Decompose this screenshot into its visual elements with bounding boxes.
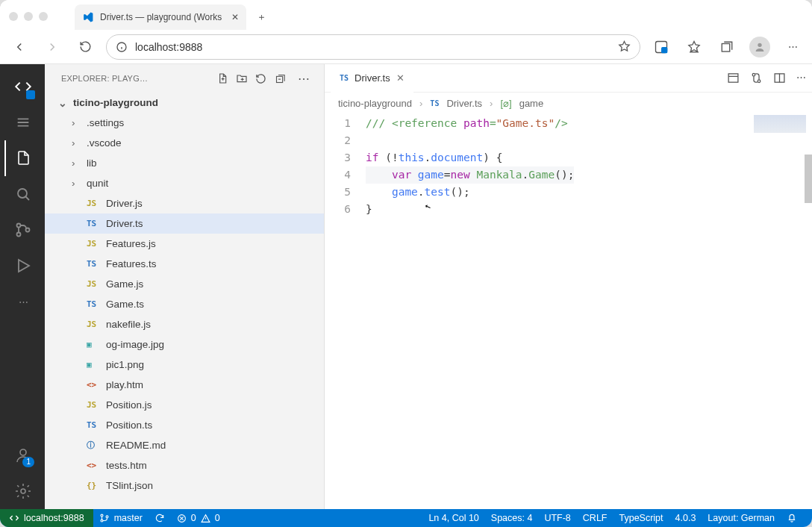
new-tab-button[interactable]: ＋	[251, 7, 272, 28]
new-file-icon[interactable]	[216, 72, 236, 84]
file-item[interactable]: ▣og-image.jpg	[45, 334, 324, 355]
file-name: Game.js	[106, 278, 143, 290]
status-language[interactable]: TypeScript	[613, 509, 669, 527]
file-name: pic1.png	[106, 359, 144, 370]
file-type-icon: TS	[87, 299, 102, 309]
min-dot[interactable]	[24, 12, 33, 21]
ts-file-icon: TS	[340, 74, 349, 82]
editor-tab-close-icon[interactable]: ✕	[396, 72, 405, 84]
folder-item[interactable]: ›.settings	[45, 113, 324, 133]
file-item[interactable]: ▣pic1.png	[45, 355, 324, 375]
file-item[interactable]: {}TSlint.json	[45, 475, 324, 496]
settings-gear-icon[interactable]	[4, 473, 40, 509]
svg-rect-4	[661, 47, 667, 53]
favorite-icon[interactable]	[618, 40, 631, 53]
file-item[interactable]: TSPosition.ts	[45, 415, 324, 435]
accounts-icon[interactable]: 1	[4, 437, 40, 473]
status-encoding[interactable]: UTF-8	[538, 509, 576, 527]
file-item[interactable]: TSFeatures.ts	[45, 254, 324, 274]
file-item[interactable]: JSPosition.js	[45, 395, 324, 415]
file-type-icon: TS	[87, 420, 102, 430]
file-tree[interactable]: ⌄ticino-playground ›.settings›.vscode›li…	[45, 93, 324, 509]
status-eol[interactable]: CRLF	[577, 509, 613, 527]
more-icon[interactable]: ⋯	[4, 284, 40, 319]
folder-item[interactable]: ›lib	[45, 153, 324, 173]
explorer-more-icon[interactable]: ⋯	[294, 72, 313, 86]
file-item[interactable]: JSnakefile.js	[45, 314, 324, 334]
browser-menu-icon[interactable]: ⋯	[781, 35, 805, 59]
extension-icon[interactable]	[649, 35, 673, 59]
file-item[interactable]: TSDriver.ts	[45, 213, 324, 234]
file-item[interactable]: JSFeatures.js	[45, 234, 324, 254]
editor-more-icon[interactable]: ⋯	[796, 72, 806, 84]
browser-tab[interactable]: Driver.ts — playground (Works ✕	[75, 4, 246, 30]
status-indent[interactable]: Spaces: 4	[485, 509, 539, 527]
search-icon[interactable]	[4, 176, 40, 212]
reload-button[interactable]	[73, 35, 97, 59]
close-dot[interactable]	[9, 12, 18, 21]
run-debug-icon[interactable]	[4, 248, 40, 284]
folder-name: .settings	[87, 117, 124, 128]
file-type-icon: <>	[87, 461, 102, 470]
status-sync[interactable]	[149, 509, 171, 527]
window-controls[interactable]	[9, 12, 48, 21]
minimap[interactable]	[754, 115, 806, 133]
explorer-icon[interactable]	[4, 140, 40, 176]
forward-button[interactable]	[40, 35, 64, 59]
folder-item[interactable]: ›.vscode	[45, 133, 324, 153]
scrollbar[interactable]	[805, 155, 812, 203]
status-problems[interactable]: 0 0	[171, 509, 226, 527]
max-dot[interactable]	[39, 12, 48, 21]
status-ts-version[interactable]: 4.0.3	[669, 509, 702, 527]
breadcrumb-seg[interactable]: ticino-playground	[338, 98, 412, 109]
svg-point-16	[20, 449, 26, 455]
new-folder-icon[interactable]	[236, 72, 255, 84]
file-item[interactable]: <>play.htm	[45, 375, 324, 395]
code-editor[interactable]: 1/// <reference path="Game.ts"/> 2 3if (…	[325, 113, 812, 509]
chevron-right-icon: ›	[72, 158, 82, 169]
chevron-right-icon: ›	[72, 137, 82, 149]
refresh-icon[interactable]	[255, 73, 275, 84]
file-item[interactable]: JSDriver.js	[45, 193, 324, 213]
browser-tabs: Driver.ts — playground (Works ✕ ＋	[75, 0, 272, 30]
open-changes-icon[interactable]	[727, 72, 740, 84]
remote-indicator-icon[interactable]	[4, 69, 40, 105]
status-remote[interactable]: localhost:9888	[0, 509, 93, 527]
profile-avatar[interactable]	[748, 35, 772, 59]
file-item[interactable]: ⓘREADME.md	[45, 435, 324, 455]
status-cursor[interactable]: Ln 4, Col 10	[422, 509, 484, 527]
status-layout[interactable]: Layout: German	[702, 509, 781, 527]
file-type-icon: ▣	[87, 360, 102, 369]
chevron-right-icon: ›	[72, 117, 82, 128]
folder-name: lib	[87, 158, 97, 169]
tab-close-icon[interactable]: ✕	[231, 12, 239, 22]
folder-item[interactable]: ›qunit	[45, 173, 324, 193]
favorites-list-icon[interactable]	[682, 35, 706, 59]
breadcrumb-seg[interactable]: Driver.ts	[446, 98, 482, 109]
browser-address-bar: localhost:9888 ⋯	[0, 30, 812, 64]
file-name: Game.ts	[106, 299, 144, 310]
file-name: play.htm	[106, 379, 143, 390]
breadcrumb[interactable]: ticino-playground› TS Driver.ts› [⌀] gam…	[325, 93, 812, 113]
status-warnings: 0	[215, 513, 220, 523]
url-bar[interactable]: localhost:9888	[106, 34, 640, 60]
site-info-icon[interactable]	[116, 41, 128, 53]
collapse-all-icon[interactable]	[275, 73, 294, 84]
folder-root[interactable]: ⌄ticino-playground	[45, 93, 324, 113]
source-control-icon[interactable]	[4, 212, 40, 248]
split-editor-icon[interactable]	[773, 72, 786, 84]
status-branch[interactable]: master	[93, 509, 149, 527]
editor-tab[interactable]: TS Driver.ts ✕	[331, 64, 413, 93]
menu-icon[interactable]	[4, 105, 40, 140]
file-type-icon: {}	[87, 481, 102, 490]
collections-icon[interactable]	[715, 35, 739, 59]
breadcrumb-seg[interactable]: game	[519, 98, 544, 109]
file-item[interactable]: TSGame.ts	[45, 294, 324, 314]
file-item[interactable]: <>tests.htm	[45, 455, 324, 475]
file-item[interactable]: JSGame.js	[45, 274, 324, 294]
file-type-icon: ▣	[87, 340, 102, 349]
back-button[interactable]	[7, 35, 31, 59]
compare-icon[interactable]	[750, 72, 763, 84]
file-name: Position.js	[106, 399, 152, 411]
status-notifications-icon[interactable]	[781, 509, 803, 527]
